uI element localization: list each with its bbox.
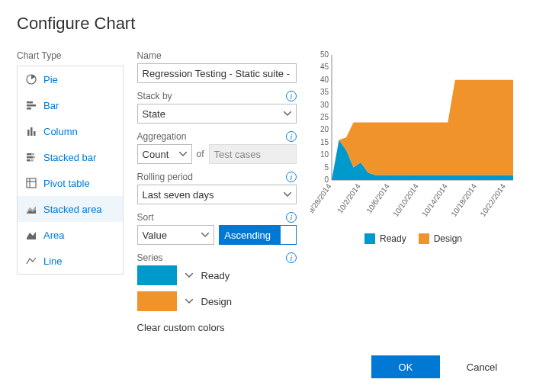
rolling-period-label: Rolling period: [137, 172, 193, 182]
ok-button[interactable]: OK: [371, 355, 440, 378]
svg-text:35: 35: [320, 88, 329, 96]
series-row: Design: [137, 291, 297, 311]
sort-direction-select[interactable]: Ascending: [219, 225, 297, 245]
chart-type-item-label: Stacked bar: [43, 152, 96, 163]
stack-by-label: Stack by: [137, 91, 172, 101]
line-icon: [25, 255, 37, 267]
svg-rect-6: [34, 131, 36, 136]
chart-legend: ReadyDesign: [310, 233, 516, 244]
svg-rect-11: [27, 159, 30, 162]
legend-item: Ready: [364, 233, 406, 244]
aggregation-of-label: of: [197, 149, 204, 159]
info-icon[interactable]: i: [286, 131, 297, 142]
name-label: Name: [137, 50, 162, 61]
svg-rect-1: [27, 101, 33, 104]
info-icon[interactable]: i: [286, 252, 297, 263]
svg-rect-2: [27, 104, 36, 107]
info-icon[interactable]: i: [286, 172, 297, 182]
svg-rect-12: [30, 159, 34, 162]
chart-type-item-label: Bar: [43, 100, 59, 111]
svg-text:50: 50: [320, 50, 329, 59]
chart-type-label: Chart Type: [17, 50, 124, 61]
svg-text:45: 45: [320, 63, 329, 71]
legend-item: Design: [419, 233, 462, 244]
series-color-swatch[interactable]: [137, 265, 177, 285]
stacked-bar-icon: [25, 151, 37, 163]
cancel-button[interactable]: Cancel: [448, 355, 516, 378]
aggregation-select[interactable]: Count: [137, 144, 192, 164]
chart-type-column[interactable]: Column: [18, 118, 123, 144]
svg-text:10/22/2014: 10/22/2014: [478, 182, 507, 218]
svg-text:15: 15: [320, 138, 329, 146]
chart-type-line[interactable]: Line: [18, 248, 123, 274]
chart-type-item-label: Column: [43, 126, 78, 137]
legend-swatch: [364, 233, 375, 244]
svg-text:10/10/2014: 10/10/2014: [391, 182, 420, 218]
bar-icon: [25, 99, 37, 111]
info-icon[interactable]: i: [286, 91, 297, 101]
chart-type-list: PieBarColumnStacked barPivot tableStacke…: [17, 66, 124, 275]
legend-label: Ready: [380, 233, 406, 244]
svg-text:20: 20: [320, 125, 329, 133]
chart-type-item-label: Pivot table: [43, 178, 90, 189]
series-color-swatch[interactable]: [137, 291, 177, 311]
chart-preview: 051015202530354045509/28/201410/2/201410…: [310, 50, 516, 226]
area-icon: [25, 229, 37, 241]
svg-text:10: 10: [320, 150, 329, 159]
info-icon[interactable]: i: [286, 212, 297, 223]
chart-type-pie[interactable]: Pie: [18, 66, 123, 92]
aggregation-label: Aggregation: [137, 131, 187, 142]
svg-rect-7: [27, 153, 31, 156]
chevron-down-icon[interactable]: [185, 271, 194, 280]
svg-text:25: 25: [320, 113, 329, 121]
svg-rect-10: [33, 156, 35, 159]
svg-rect-5: [31, 127, 33, 136]
svg-text:10/2/2014: 10/2/2014: [336, 182, 362, 214]
dialog-title: Configure Chart: [17, 14, 516, 34]
svg-rect-13: [27, 178, 36, 188]
svg-rect-3: [27, 108, 31, 110]
svg-text:10/14/2014: 10/14/2014: [420, 182, 449, 218]
chart-type-item-label: Stacked area: [43, 204, 102, 215]
svg-text:10/6/2014: 10/6/2014: [364, 182, 391, 214]
svg-text:9/28/2014: 9/28/2014: [310, 182, 333, 214]
series-name-label: Ready: [201, 270, 230, 281]
svg-rect-4: [27, 130, 30, 136]
svg-rect-8: [31, 153, 34, 156]
chart-type-bar[interactable]: Bar: [18, 92, 123, 118]
rolling-period-select[interactable]: Last seven days: [137, 185, 297, 204]
chart-type-item-label: Pie: [43, 74, 58, 85]
chart-type-item-label: Area: [43, 230, 64, 241]
pie-icon: [25, 73, 37, 85]
chart-type-stacked-bar[interactable]: Stacked bar: [18, 144, 123, 170]
legend-label: Design: [434, 233, 462, 244]
chart-type-stacked-area[interactable]: Stacked area: [18, 196, 123, 222]
name-input[interactable]: [137, 63, 297, 83]
series-name-label: Design: [201, 296, 232, 307]
aggregation-target: Test cases: [209, 144, 297, 164]
series-row: Ready: [137, 265, 297, 285]
svg-text:30: 30: [320, 101, 329, 109]
stack-by-select[interactable]: State: [137, 104, 297, 124]
pivot-table-icon: [25, 177, 37, 189]
stacked-area-icon: [25, 203, 37, 215]
column-icon: [25, 125, 37, 137]
svg-text:40: 40: [320, 76, 329, 84]
legend-swatch: [419, 233, 429, 244]
chart-type-area[interactable]: Area: [18, 222, 123, 248]
sort-field-select[interactable]: Value: [137, 225, 215, 245]
clear-custom-colors-link[interactable]: Clear custom colors: [137, 322, 225, 333]
sort-label: Sort: [137, 212, 154, 223]
svg-text:10/18/2014: 10/18/2014: [449, 182, 478, 218]
chart-type-item-label: Line: [43, 255, 63, 267]
chevron-down-icon[interactable]: [185, 297, 194, 306]
series-label: Series: [137, 252, 163, 263]
svg-text:5: 5: [324, 163, 329, 172]
svg-rect-9: [27, 156, 33, 159]
chart-type-pivot-table[interactable]: Pivot table: [18, 170, 123, 196]
